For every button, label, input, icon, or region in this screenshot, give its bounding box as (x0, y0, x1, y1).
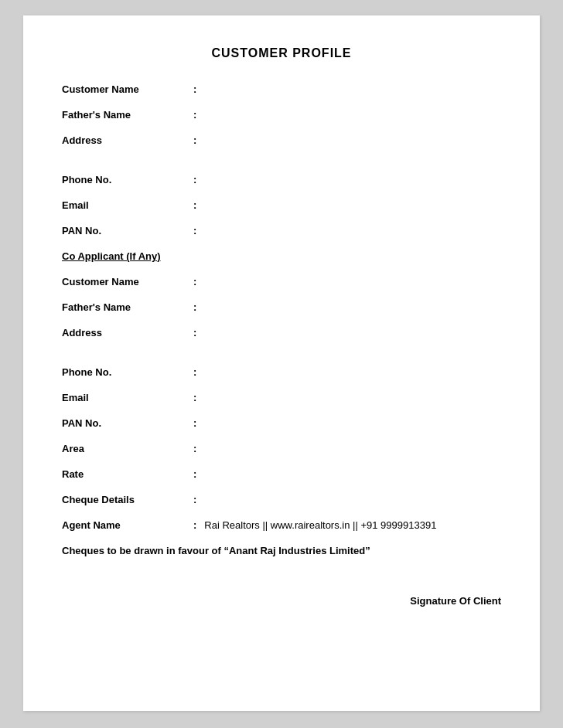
colon-phone: : (193, 174, 196, 185)
colon-cheque-details: : (193, 494, 196, 505)
field-row-co-customer-name: Customer Name : (62, 276, 501, 287)
colon-rate: : (193, 468, 196, 480)
colon-customer-name: : (193, 83, 196, 95)
field-row-rate: Rate : (62, 468, 501, 480)
agent-value: Rai Realtors || www.rairealtors.in || +9… (204, 519, 436, 531)
label-address: Address (62, 134, 193, 146)
label-phone: Phone No. (62, 174, 193, 185)
label-pan: PAN No. (62, 225, 193, 236)
field-row-co-email: Email : (62, 392, 501, 403)
page-title: CUSTOMER PROFILE (62, 46, 501, 60)
primary-applicant-section: Customer Name : Father's Name : Address … (62, 83, 501, 236)
field-row-customer-name: Customer Name : (62, 83, 501, 95)
colon-co-email: : (193, 392, 196, 403)
colon-email: : (193, 199, 196, 211)
agent-colon: : (193, 519, 196, 531)
colon-fathers-name: : (193, 109, 196, 121)
label-co-fathers-name: Father's Name (62, 301, 193, 313)
label-co-email: Email (62, 392, 193, 403)
colon-co-phone: : (193, 366, 196, 378)
field-row-phone: Phone No. : (62, 174, 501, 185)
agent-row: Agent Name : Rai Realtors || www.raireal… (62, 519, 501, 531)
field-row-fathers-name: Father's Name : (62, 109, 501, 121)
field-row-address: Address : (62, 134, 501, 146)
label-co-customer-name: Customer Name (62, 276, 193, 287)
field-row-pan: PAN No. : (62, 225, 501, 236)
colon-co-address: : (193, 327, 196, 338)
page: CUSTOMER PROFILE Customer Name : Father'… (23, 15, 540, 711)
colon-co-customer-name: : (193, 276, 196, 287)
signature: Signature Of Client (62, 595, 501, 607)
colon-co-pan: : (193, 417, 196, 429)
colon-co-fathers-name: : (193, 301, 196, 313)
label-co-pan: PAN No. (62, 417, 193, 429)
field-row-co-fathers-name: Father's Name : (62, 301, 501, 313)
field-row-co-address: Address : (62, 327, 501, 338)
co-applicant-section: Co Applicant (If Any) Customer Name : Fa… (62, 250, 501, 505)
field-row-area: Area : (62, 443, 501, 454)
colon-area: : (193, 443, 196, 454)
label-rate: Rate (62, 468, 193, 480)
label-email: Email (62, 199, 193, 211)
field-row-co-phone: Phone No. : (62, 366, 501, 378)
label-fathers-name: Father's Name (62, 109, 193, 121)
label-customer-name: Customer Name (62, 83, 193, 95)
label-cheque-details: Cheque Details (62, 494, 193, 505)
cheque-note: Cheques to be drawn in favour of “Anant … (62, 545, 501, 556)
label-area: Area (62, 443, 193, 454)
field-row-email: Email : (62, 199, 501, 211)
label-co-address: Address (62, 327, 193, 338)
co-applicant-heading: Co Applicant (If Any) (62, 250, 501, 262)
field-row-cheque-details: Cheque Details : (62, 494, 501, 505)
label-co-phone: Phone No. (62, 366, 193, 378)
colon-address: : (193, 134, 196, 146)
colon-pan: : (193, 225, 196, 236)
field-row-co-pan: PAN No. : (62, 417, 501, 429)
agent-label: Agent Name (62, 519, 193, 531)
